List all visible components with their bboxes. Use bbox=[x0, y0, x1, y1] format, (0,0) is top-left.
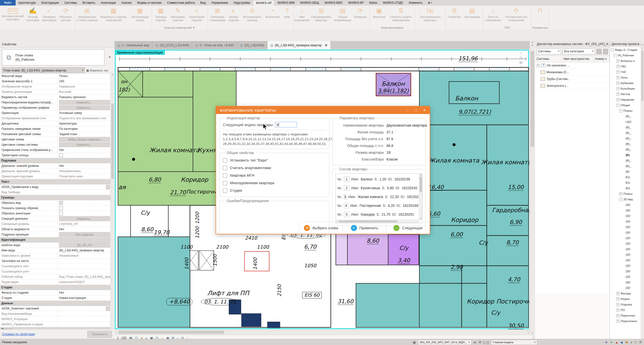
system-tree-item[interactable]: Механизмы (С... bbox=[535, 69, 610, 76]
expand-icon[interactable]: + bbox=[616, 59, 620, 63]
property-row[interactable]: Шаблон вида(В)_АР_ПЭ bbox=[0, 243, 111, 248]
navigation-icon[interactable]: ⌂ bbox=[519, 51, 522, 55]
project-tree-item[interactable]: −Планы bbox=[610, 108, 641, 113]
property-row[interactable]: Положение цветовой схемыЗадний план bbox=[0, 132, 111, 137]
property-row[interactable]: Показать невидимые линииПо категории bbox=[0, 126, 111, 132]
instance-selector[interactable]: План этажа: (B)_L3(8.640)_проверка кварт… bbox=[2, 67, 85, 73]
dialog-checkbox-row[interactable]: Многоуровневая квартира bbox=[223, 179, 326, 187]
project-tree-item[interactable]: +Вопросы п bbox=[610, 58, 641, 64]
expand-icon[interactable]: + bbox=[616, 70, 620, 74]
property-row[interactable]: Ссылающийся лист bbox=[0, 264, 111, 269]
dialog-select-again-button[interactable]: ⟲Выбрать снова bbox=[299, 222, 343, 234]
value-button[interactable]: Изменить... bbox=[59, 105, 110, 110]
property-row[interactable]: Диапазон: нижний уровеньНет bbox=[0, 163, 111, 169]
menu-item[interactable]: Надстройки bbox=[231, 0, 253, 6]
ribbon-button-check-transfer[interactable]: ✓Проверкатрансфера bbox=[41, 6, 58, 26]
value-button[interactable]: Изменить... bbox=[59, 100, 110, 105]
menu-item[interactable]: Вставить bbox=[80, 0, 98, 6]
apply-button[interactable]: Применить bbox=[87, 331, 112, 338]
project-tree-item[interactable]: +Пересечен bbox=[610, 313, 641, 318]
ribbon-button-finish-select[interactable]: ◐Выборотделки bbox=[226, 6, 241, 26]
project-tree-item[interactable]: (B) bbox=[610, 169, 641, 174]
expand-icon[interactable]: − bbox=[619, 198, 622, 201]
menu-item[interactable]: Формы и генплан bbox=[134, 0, 164, 6]
value-more-button[interactable] bbox=[106, 306, 110, 311]
close-icon[interactable]: ✕ bbox=[325, 43, 327, 47]
status-icon[interactable]: ✦ bbox=[610, 340, 613, 344]
status-icon[interactable]: ✱ bbox=[625, 340, 628, 344]
project-tree-item[interactable]: +Наружние bbox=[610, 97, 641, 102]
property-row[interactable]: Связанный уровеньL3(8.640)_АР bbox=[0, 221, 111, 227]
dialog-checkbox-row[interactable]: Студия bbox=[223, 187, 326, 194]
menu-item[interactable]: Анализ bbox=[119, 0, 135, 6]
project-tree-item[interactable]: +Кабанова bbox=[610, 80, 641, 86]
project-tree-item[interactable]: +Кульбицка bbox=[610, 86, 641, 91]
project-tree-item[interactable]: +Зоны bbox=[610, 75, 641, 80]
ribbon-button-finish-manager[interactable]: ✎Менеджеротделки bbox=[169, 6, 187, 26]
column-header[interactable]: Номер п bbox=[593, 56, 610, 62]
project-tree-item[interactable]: {3D bbox=[610, 230, 641, 235]
project-tree-item[interactable]: {3D bbox=[610, 213, 641, 219]
expand-icon[interactable]: + bbox=[616, 76, 620, 79]
ribbon-button-finish-path[interactable]: ≈Траекторияотделки bbox=[187, 6, 207, 26]
project-tree-item[interactable]: +ГНС bbox=[610, 69, 641, 75]
property-row[interactable]: Отображение примыканий стенПодчистить вс… bbox=[0, 116, 111, 121]
ribbon-button-ignore-boundary[interactable]: ⊘Игнорироватьграницу bbox=[241, 6, 264, 26]
menu-item[interactable]: Архитектура bbox=[16, 0, 39, 6]
status-icon[interactable]: ❖ bbox=[605, 340, 608, 344]
project-tree-item[interactable]: (B)_ bbox=[610, 130, 641, 136]
project-tree-item[interactable]: {3D bbox=[610, 246, 641, 252]
checkbox[interactable] bbox=[223, 158, 227, 163]
scroll-down-icon[interactable]: ▼ bbox=[419, 218, 422, 220]
project-tree-item[interactable]: {3D bbox=[610, 202, 641, 208]
checkbox[interactable] bbox=[223, 188, 227, 193]
project-tree-item[interactable]: {3D bbox=[610, 224, 641, 230]
menu-item[interactable]: Изменить bbox=[406, 0, 425, 6]
ribbon-button-common-info[interactable]: ▤Общаяинформация bbox=[333, 6, 352, 26]
property-row[interactable]: Зависимость уровняНезависимый bbox=[0, 253, 111, 258]
project-tree-item[interactable]: (B)_ bbox=[610, 147, 641, 152]
canvas-vertical-scrollbar[interactable]: ▾ ∧ ∨ bbox=[530, 41, 535, 335]
property-row[interactable]: Цветовая схемаКварт_Индекс квартиры bbox=[0, 137, 111, 142]
property-row[interactable]: Уровень детализацииВысокий bbox=[0, 89, 111, 95]
type-selector[interactable]: ⧉ План этажа (B)_Рабочие ▼ bbox=[2, 49, 104, 65]
system-tree-item[interactable]: Трубы (Систем... bbox=[535, 76, 610, 83]
active-workset-select[interactable]: (96)_ФХ_003_(КР)_КИТ_КЗ-5_МДЛ_ ˅ bbox=[418, 340, 472, 345]
property-row[interactable]: ADSK_Комплект чертежей bbox=[0, 306, 111, 311]
checkbox[interactable] bbox=[223, 173, 227, 178]
value-button[interactable]: (В)_АР_ПЭ bbox=[59, 243, 110, 247]
menu-item[interactable]: MARKS-ВИС bbox=[322, 0, 345, 6]
checkbox[interactable]: ✓ bbox=[59, 201, 63, 205]
expand-icon[interactable]: + bbox=[616, 314, 620, 317]
property-row[interactable]: Фильтр по стадиямНет bbox=[0, 290, 111, 295]
checkbox[interactable] bbox=[59, 154, 63, 157]
maximize-icon[interactable]: □ bbox=[415, 108, 417, 112]
properties-scrollbar[interactable]: ∧ bbox=[110, 73, 114, 329]
project-tree-item[interactable]: +Разрез bbox=[610, 296, 641, 302]
property-row[interactable]: Графический стиль отображения р...Нет bbox=[0, 147, 111, 153]
project-tree-item[interactable]: (B)_ bbox=[610, 141, 641, 147]
property-row[interactable]: Заголовок на листе bbox=[0, 258, 111, 264]
project-tree-item[interactable]: {3D bbox=[610, 263, 641, 269]
project-tree-item[interactable]: {3D bbox=[610, 280, 641, 285]
project-tree-item[interactable]: B2( bbox=[610, 185, 641, 191]
property-row[interactable]: Ссылающийся узел bbox=[0, 269, 111, 274]
property-row[interactable]: Параметры отображения графикиИзменить... bbox=[0, 105, 111, 110]
property-row[interactable]: Вид.ТипВида bbox=[0, 190, 111, 195]
column-header[interactable]: Имя пространства bbox=[562, 56, 593, 62]
ribbon-button-lintel[interactable]: ⊓ bbox=[532, 6, 548, 26]
system-tree-item[interactable]: Электросети (... bbox=[535, 83, 610, 89]
project-tree-item[interactable]: {3D bbox=[610, 252, 641, 257]
ribbon-button-floor-explication[interactable]: ▦Экспликацияполов bbox=[129, 6, 151, 26]
value-button[interactable]: Кварт_Индекс квартиры bbox=[59, 137, 110, 142]
ribbon-button-update-zones[interactable]: ⟳Обновление зонпомещений bbox=[502, 6, 530, 26]
value-button[interactable]: Изменить... bbox=[59, 216, 110, 221]
close-icon[interactable]: ✕ bbox=[423, 108, 426, 112]
tab-overflow-icon[interactable]: ▾ bbox=[530, 41, 535, 44]
project-tree-item[interactable]: +Листов bbox=[610, 91, 641, 97]
expand-icon[interactable]: + bbox=[537, 64, 540, 67]
expand-icon[interactable]: − bbox=[616, 104, 620, 107]
view-tab[interactable]: ▤(О)_L3(8.640) bbox=[237, 41, 267, 49]
project-tree-item[interactable]: −3D вид bbox=[610, 197, 641, 202]
project-tree-item[interactable]: {3D bbox=[610, 285, 641, 291]
